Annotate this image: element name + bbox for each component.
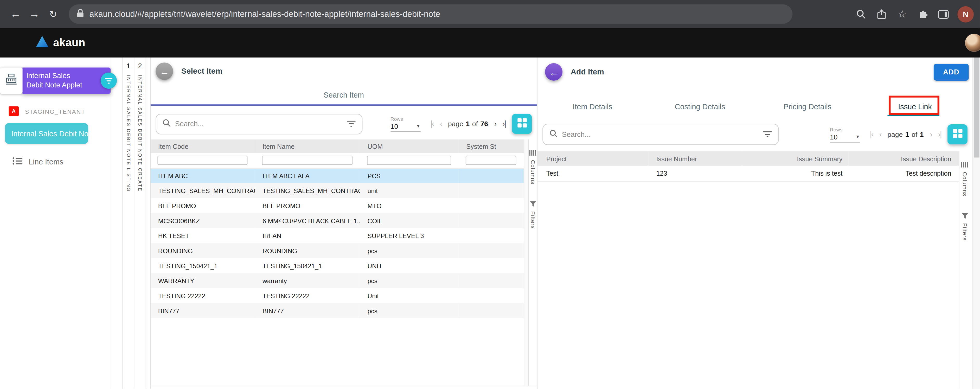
table-row[interactable]: Test 123 This is test Test description bbox=[538, 166, 959, 181]
item-table: Item Code Item Name UOM System St bbox=[151, 139, 524, 318]
rows-select[interactable]: 10 ▼ bbox=[390, 122, 420, 132]
extensions-puzzle-icon[interactable] bbox=[914, 5, 932, 23]
column-header: Item Name bbox=[255, 139, 360, 153]
rows-select[interactable]: 10 ▼ bbox=[830, 133, 860, 142]
sidebar-item-internal-sales-debit-note[interactable]: Internal Sales Debit No bbox=[5, 123, 88, 143]
column-header: Item Code bbox=[151, 139, 255, 153]
akaun-logo: akaun bbox=[36, 36, 85, 50]
chevron-down-icon: ▼ bbox=[856, 134, 860, 139]
sidebar-item-line-items[interactable]: Line Items bbox=[13, 157, 111, 167]
issue-link-table: Project Issue Number Issue Summary Issue… bbox=[538, 151, 959, 182]
strip-gap bbox=[146, 57, 150, 389]
user-avatar[interactable] bbox=[965, 34, 980, 52]
filter-item-code-input[interactable] bbox=[158, 156, 247, 165]
prev-page-button[interactable]: ‹ bbox=[879, 130, 881, 139]
add-item-toolbar: Rows 10 ▼ |‹ ‹ page 1 of 1 › bbox=[538, 124, 972, 145]
filter-system-status-input[interactable] bbox=[466, 156, 516, 165]
grid-view-button[interactable] bbox=[948, 124, 967, 144]
next-page-button[interactable]: › bbox=[494, 120, 496, 128]
wizard-step-1[interactable]: 1 INTERNAL SALES DEBIT NOTE LISTING bbox=[123, 57, 135, 389]
applet-title: Internal Sales Debit Note Applet bbox=[22, 67, 111, 94]
screen: ← → ↻ akaun.cloud/#/applets/tnt/wavelet/… bbox=[0, 0, 980, 389]
first-page-button[interactable]: |‹ bbox=[870, 130, 873, 139]
akaun-logo-icon bbox=[36, 36, 49, 50]
add-button[interactable]: ADD bbox=[934, 64, 969, 80]
select-item-toolbar: Rows 10 ▼ |‹ ‹ page 1 of 76 › bbox=[151, 113, 537, 134]
columns-icon bbox=[530, 148, 536, 158]
table-row[interactable]: TESTING_SALES_MH_CONTRACTTESTING_SALES_M… bbox=[151, 183, 524, 198]
grid-view-button[interactable] bbox=[512, 114, 532, 134]
item-table-zone: Item Code Item Name UOM System St bbox=[151, 139, 537, 386]
filters-toggle[interactable]: Filters bbox=[530, 199, 536, 229]
table-row[interactable]: MCSC006BKZ6 MM² CU/PVC BLACK CABLE 1...C… bbox=[151, 213, 524, 228]
filter-item-name-input[interactable] bbox=[262, 156, 353, 165]
column-header: System St bbox=[459, 139, 524, 153]
column-header: Issue Description bbox=[849, 151, 959, 166]
last-page-button[interactable]: ›| bbox=[938, 130, 941, 139]
scrollbar-thumb[interactable] bbox=[974, 57, 980, 158]
column-header: Issue Summary bbox=[743, 151, 849, 166]
table-row[interactable]: BFF PROMOBFF PROMOMTO bbox=[151, 198, 524, 214]
address-bar[interactable]: akaun.cloud/#/applets/tnt/wavelet/erp/in… bbox=[69, 5, 792, 24]
select-item-back-button[interactable]: ← bbox=[156, 62, 173, 80]
search-box bbox=[156, 113, 363, 134]
table-scrollbar[interactable] bbox=[524, 139, 528, 386]
browser-back-button[interactable]: ← bbox=[6, 5, 25, 24]
side-panel-icon[interactable] bbox=[934, 5, 953, 23]
browser-forward-button[interactable]: → bbox=[25, 5, 44, 24]
table-row[interactable]: BIN777BIN777pcs bbox=[151, 303, 524, 318]
tab-issue-link[interactable]: Issue Link bbox=[861, 97, 969, 116]
search-input[interactable] bbox=[175, 120, 343, 128]
table-filter-row bbox=[151, 153, 524, 168]
add-item-tabs: Item Details Costing Details Pricing Det… bbox=[538, 97, 972, 116]
applet-icon-box bbox=[0, 67, 22, 94]
filter-uom-input[interactable] bbox=[367, 156, 451, 165]
tenant-name: STAGING_TENANT bbox=[25, 108, 85, 115]
page-indicator: page 1 of 76 bbox=[448, 120, 488, 128]
funnel-icon bbox=[530, 199, 536, 209]
url-text: akaun.cloud/#/applets/tnt/wavelet/erp/in… bbox=[89, 10, 441, 19]
columns-toggle[interactable]: Columns bbox=[961, 160, 968, 196]
column-header: Issue Number bbox=[649, 151, 743, 166]
tab-pricing-details[interactable]: Pricing Details bbox=[754, 97, 861, 116]
bookmark-star-icon[interactable]: ☆ bbox=[893, 5, 911, 23]
columns-toggle[interactable]: Columns bbox=[530, 148, 536, 184]
rows-per-page: Rows 10 ▼ bbox=[390, 116, 420, 132]
applet-card[interactable]: Internal Sales Debit Note Applet bbox=[0, 67, 111, 94]
browser-reload-button[interactable]: ↻ bbox=[44, 5, 62, 24]
grid-icon bbox=[517, 118, 527, 129]
filter-list-icon[interactable] bbox=[763, 129, 772, 140]
table-row[interactable]: WARRANTYwarrantypcs bbox=[151, 273, 524, 288]
filter-list-icon[interactable] bbox=[347, 118, 356, 129]
table-row[interactable]: HK TESETIRFANSUPPLER LEVEL 3 bbox=[151, 228, 524, 243]
table-row[interactable]: ITEM ABCITEM ABC LALAPCS bbox=[151, 168, 524, 183]
table-header-row: Item Code Item Name UOM System St bbox=[151, 139, 524, 153]
add-item-back-button[interactable]: ← bbox=[545, 63, 562, 81]
prev-page-button[interactable]: ‹ bbox=[440, 120, 442, 128]
chevron-down-icon: ▼ bbox=[416, 124, 420, 128]
table-row[interactable]: TESTING 22222TESTING 22222Unit bbox=[151, 288, 524, 303]
page-scrollbar[interactable] bbox=[972, 57, 980, 389]
first-page-button[interactable]: |‹ bbox=[431, 120, 434, 128]
search-input[interactable] bbox=[562, 131, 759, 138]
tab-costing-details[interactable]: Costing Details bbox=[646, 97, 754, 116]
arrow-left-icon: ← bbox=[160, 66, 169, 77]
last-page-button[interactable]: ›| bbox=[502, 120, 506, 128]
zoom-icon[interactable] bbox=[852, 5, 870, 23]
wizard-step-2[interactable]: 2 INTERNAL SALES DEBIT NOTE CREATE bbox=[135, 57, 146, 389]
share-icon[interactable] bbox=[873, 5, 891, 23]
columns-icon bbox=[961, 160, 968, 169]
table-side-strip: Columns Filters bbox=[528, 139, 537, 386]
page-title: Select Item bbox=[181, 67, 223, 76]
pagination: |‹ ‹ page 1 of 76 › ›| bbox=[431, 120, 506, 128]
applet-menu-button[interactable] bbox=[101, 73, 117, 89]
browser-profile-avatar[interactable]: N bbox=[958, 6, 974, 22]
tenant-row: A STAGING_TENANT bbox=[9, 106, 111, 116]
add-item-panel: ← Add Item ADD Item Details Costing Deta… bbox=[538, 57, 972, 389]
next-page-button[interactable]: › bbox=[930, 130, 932, 139]
tab-item-details[interactable]: Item Details bbox=[539, 97, 646, 116]
table-row[interactable]: ROUNDINGROUNDINGpcs bbox=[151, 243, 524, 258]
tab-search-item[interactable]: Search Item bbox=[151, 85, 537, 106]
table-row[interactable]: TESTING_150421_1TESTING_150421_1UNIT bbox=[151, 258, 524, 273]
filters-toggle[interactable]: Filters bbox=[961, 211, 968, 241]
